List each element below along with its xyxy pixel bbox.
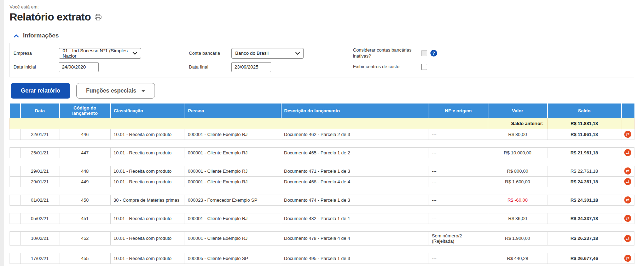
cell-classificacao: 10.01 - Receita com produto	[111, 129, 185, 140]
cell-actions: ⇄	[621, 166, 634, 176]
contas-inativas-label: Considerar contas bancárias inativas?	[353, 47, 421, 59]
cell-pessoa: 000001 - Cliente Exemplo RJ	[185, 147, 281, 158]
extrato-table: Data Código do lançamento Classificação …	[10, 104, 634, 264]
empresa-select-value: 01 - Ind.Sucesso N°1 (Simples Nacior	[63, 48, 133, 59]
cell-saldo[interactable]: R$ 24.337,18	[547, 213, 621, 224]
transfer-icon[interactable]: ⇄	[624, 196, 631, 203]
row-select-cell[interactable]	[10, 213, 21, 224]
saldo-anterior-spacer	[10, 118, 488, 129]
data-final-input[interactable]	[231, 62, 271, 72]
cell-descricao: Documento 465 - Parcela 1 de 2	[281, 147, 429, 158]
cell-classificacao: 10.01 - Receita com produto	[111, 231, 185, 245]
row-group-gap	[10, 245, 634, 253]
transfer-icon[interactable]: ⇄	[624, 235, 631, 242]
chevron-down-icon	[295, 51, 300, 56]
table-row: 29/01/2144810.01 - Receita com produto00…	[10, 166, 634, 176]
help-icon[interactable]: ?	[430, 50, 437, 57]
transfer-icon[interactable]: ⇄	[624, 215, 631, 222]
cell-valor[interactable]: R$ 1.900,00	[488, 231, 547, 245]
transfer-icon[interactable]: ⇄	[624, 131, 631, 138]
cell-saldo[interactable]: R$ 26.237,18	[547, 231, 621, 245]
informacoes-section-header[interactable]: Informações	[10, 32, 634, 39]
header-codigo: Código do lançamento	[59, 104, 111, 118]
cell-saldo[interactable]: R$ 24.361,18	[547, 176, 621, 187]
transfer-icon[interactable]: ⇄	[624, 167, 631, 175]
cell-valor[interactable]: R$ 80,00	[488, 129, 547, 140]
conta-bancaria-select-value: Banco do Brasil	[235, 51, 269, 56]
cell-descricao: Documento 474 - Parcela 1 de 3	[281, 195, 429, 205]
empresa-select[interactable]: 01 - Ind.Sucesso N°1 (Simples Nacior	[59, 48, 141, 59]
cell-codigo: 449	[59, 176, 111, 187]
table-row: 10/02/2145210.01 - Receita com produto00…	[10, 231, 634, 245]
cell-classificacao: 30 - Compra de Matérias primas	[111, 195, 185, 205]
contas-inativas-checkbox[interactable]	[421, 50, 427, 56]
cell-valor[interactable]: R$ 1.600,00	[488, 176, 547, 187]
cell-descricao: Documento 478 - Parcela 4 de 4	[281, 231, 429, 245]
row-group-gap	[10, 224, 634, 231]
cell-actions: ⇄	[621, 129, 634, 140]
cell-classificacao: 10.01 - Receita com produto	[111, 253, 185, 264]
cell-data: 29/01/21	[21, 176, 59, 187]
cell-saldo[interactable]: R$ 11.961,18	[547, 129, 621, 140]
cell-codigo: 450	[59, 195, 111, 205]
cell-saldo[interactable]: R$ 21.961,18	[547, 147, 621, 158]
breadcrumb: Você está em:	[10, 4, 634, 10]
table-row: 25/01/2144710.01 - Receita com produto00…	[10, 147, 634, 158]
cell-valor[interactable]: R$ 800,00	[488, 166, 547, 176]
saldo-anterior-row: Saldo anterior: R$ 11.881,18	[10, 118, 634, 129]
cell-saldo[interactable]: R$ 24.301,18	[547, 195, 621, 205]
empresa-label: Empresa	[13, 51, 59, 56]
cell-data: 29/01/21	[21, 166, 59, 176]
row-select-cell[interactable]	[10, 129, 21, 140]
header-nfe: NF-e origem	[429, 104, 488, 118]
cell-valor[interactable]: R$ 36,00	[488, 213, 547, 224]
header-data: Data	[21, 104, 59, 118]
header-classificacao: Classificação	[111, 104, 185, 118]
transfer-icon[interactable]: ⇄	[624, 178, 631, 185]
page-left-edge	[0, 0, 4, 266]
cell-actions: ⇄	[621, 195, 634, 205]
gerar-relatorio-button[interactable]: Gerar relatório	[11, 83, 70, 99]
conta-bancaria-select[interactable]: Banco do Brasil	[231, 48, 304, 59]
row-group-gap	[10, 140, 634, 147]
row-select-cell[interactable]	[10, 176, 21, 187]
chevron-down-icon	[133, 51, 137, 56]
cell-valor[interactable]: R$ 10.000,00	[488, 147, 547, 158]
row-group-gap	[10, 205, 634, 213]
row-group-gap	[10, 187, 634, 195]
cell-valor[interactable]: R$ 440,28	[488, 253, 547, 264]
row-select-cell[interactable]	[10, 253, 21, 264]
cell-data: 05/02/21	[21, 213, 59, 224]
row-select-cell[interactable]	[10, 147, 21, 158]
chevron-up-icon	[14, 32, 19, 39]
print-icon[interactable]	[94, 14, 102, 20]
table-row: 01/02/2145030 - Compra de Matérias prima…	[10, 195, 634, 205]
cell-data: 17/02/21	[21, 253, 59, 264]
centros-custo-label: Exibir centros de custo	[353, 64, 421, 70]
cell-classificacao: 10.01 - Receita com produto	[111, 213, 185, 224]
cell-descricao: Documento 462 - Parcela 2 de 3	[281, 129, 429, 140]
cell-descricao: Documento 495 - Parcela 1 de 3	[281, 253, 429, 264]
transfer-icon[interactable]: ⇄	[624, 255, 631, 262]
cell-nfe: ---	[429, 166, 488, 176]
cell-codigo: 448	[59, 166, 111, 176]
header-valor: Valor	[488, 104, 547, 118]
row-select-cell[interactable]	[10, 195, 21, 205]
row-select-cell[interactable]	[10, 231, 21, 245]
saldo-anterior-value: R$ 11.881,18	[547, 118, 621, 129]
row-select-cell[interactable]	[10, 166, 21, 176]
centros-custo-checkbox[interactable]	[421, 64, 427, 70]
cell-pessoa: 000023 - Fornecedor Exemplo SP	[185, 195, 281, 205]
data-inicial-input[interactable]	[59, 62, 99, 72]
cell-nfe: ---	[429, 147, 488, 158]
transfer-icon[interactable]: ⇄	[624, 149, 631, 156]
funcoes-especiais-button[interactable]: Funções especiais	[76, 83, 155, 99]
table-row: 17/02/2145510.01 - Receita com produto00…	[10, 253, 634, 264]
cell-saldo[interactable]: R$ 22.761,18	[547, 166, 621, 176]
header-pessoa: Pessoa	[185, 104, 281, 118]
cell-data: 25/01/21	[21, 147, 59, 158]
header-descricao: Descrição do lançamento	[281, 104, 429, 118]
cell-valor[interactable]: R$ -60,00	[488, 195, 547, 205]
cell-data: 22/01/21	[21, 129, 59, 140]
cell-saldo[interactable]: R$ 26.677,46	[547, 253, 621, 264]
